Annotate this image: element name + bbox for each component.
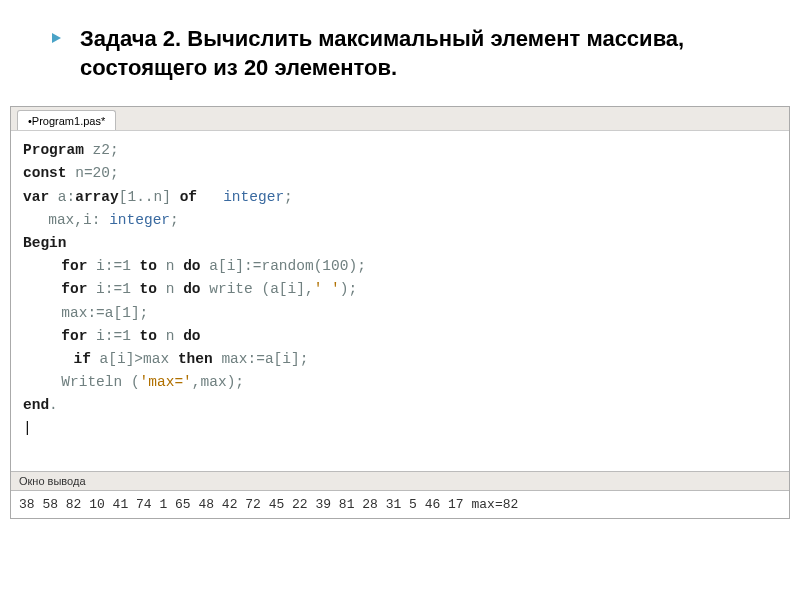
task-heading: Задача 2. Вычислить максимальный элемент… xyxy=(80,25,750,82)
output-panel-title: Окно вывода xyxy=(11,471,789,491)
ide-window: •Program1.pas* Program z2; const n=20; v… xyxy=(10,106,790,519)
code-line: for i:=1 to n do xyxy=(23,325,777,348)
code-line: Begin xyxy=(23,232,777,255)
code-cursor-line: | xyxy=(23,417,777,440)
editor-tab[interactable]: •Program1.pas* xyxy=(17,110,116,130)
editor-tabbar: •Program1.pas* xyxy=(11,107,789,131)
svg-marker-0 xyxy=(52,33,61,43)
code-line: Program z2; xyxy=(23,139,777,162)
bullet-arrow-icon xyxy=(50,32,62,44)
code-editor[interactable]: Program z2; const n=20; var a:array[1..n… xyxy=(11,131,789,471)
code-line: const n=20; xyxy=(23,162,777,185)
code-line: for i:=1 to n do a[i]:=random(100); xyxy=(23,255,777,278)
code-line: max,i: integer; xyxy=(23,209,777,232)
code-line: var a:array[1..n] of integer; xyxy=(23,186,777,209)
code-line: max:=a[1]; xyxy=(23,302,777,325)
code-line: for i:=1 to n do write (a[i],' '); xyxy=(23,278,777,301)
code-line: end. xyxy=(23,394,777,417)
code-line: Writeln ('max=',max); xyxy=(23,371,777,394)
output-panel: 38 58 82 10 41 74 1 65 48 42 72 45 22 39… xyxy=(11,491,789,518)
code-line: if a[i]>max then max:=a[i]; xyxy=(23,348,777,371)
